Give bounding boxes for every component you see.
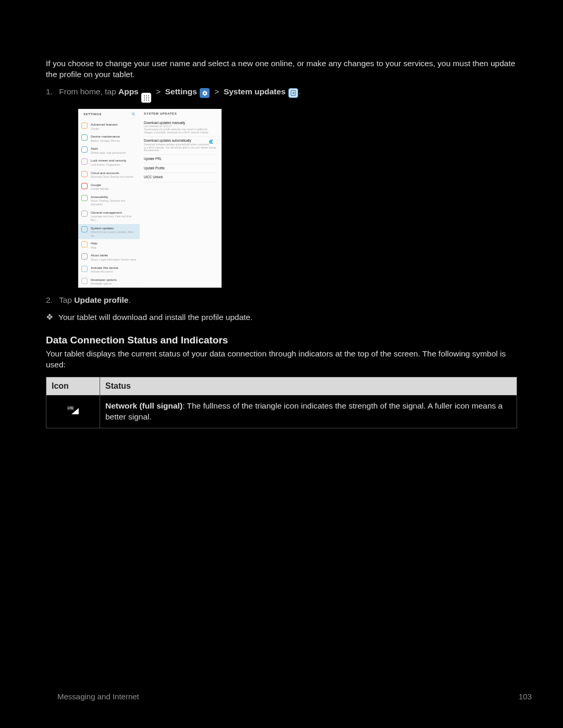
sidebar-item: AppsDefault apps, App permissions — [78, 144, 140, 156]
detail-pane-title: SYSTEM UPDATES — [144, 112, 217, 116]
page-number: 103 — [519, 692, 532, 702]
table-header-icon: Icon — [46, 377, 100, 396]
settings-sidebar-title: SETTINGS — [83, 112, 102, 118]
sidebar-item: General managementLanguage and input, Da… — [78, 208, 140, 224]
detail-row: Download updates manuallyLast checked on… — [144, 119, 217, 137]
settings-label: Settings — [165, 87, 197, 96]
sidebar-item: Advanced featuresGames — [78, 120, 140, 132]
step-1-pre: From home, tap — [59, 87, 118, 96]
sidebar-item: HelpHelp — [78, 239, 140, 251]
table-row: LTE Network (full signal): The fullness … — [46, 395, 517, 428]
sidebar-item: Device maintenanceBattery, Storage, Memo… — [78, 132, 140, 144]
step-number: 2. — [46, 295, 53, 304]
step-2-result: ❖Your tablet will download and install t… — [46, 312, 517, 323]
step-1-period: . — [299, 87, 301, 96]
table-header-status: Status — [100, 377, 517, 396]
status-cell: Network (full signal): The fullness of t… — [100, 395, 517, 428]
search-icon — [131, 112, 136, 118]
settings-detail-pane: SYSTEM UPDATES Download updates manually… — [140, 109, 222, 287]
step-number: 1. — [46, 87, 53, 96]
step-2-pre: Tap — [59, 295, 74, 304]
breadcrumb-sep: > — [215, 87, 219, 96]
detail-row: UICC Unlock — [144, 173, 217, 182]
footer-section-title: Messaging and Internet — [57, 692, 139, 702]
sidebar-item: GoogleGoogle settings — [78, 181, 140, 193]
page-footer: Messaging and Internet 103 — [57, 692, 532, 702]
document-page: If you choose to change your user name a… — [0, 0, 563, 728]
sidebar-item: Lock screen and securityLock screen, Fin… — [78, 156, 140, 168]
sidebar-item: System updatesCheck for new system updat… — [78, 224, 140, 240]
step-2-post: . — [128, 295, 130, 304]
sidebar-item: About tabletStatus, Legal information, D… — [78, 251, 140, 263]
sidebar-item: AccessibilityVision, Hearing, Dexterity … — [78, 193, 140, 208]
sidebar-item: Developer optionsDeveloper options — [78, 276, 140, 288]
status-cell-bold: Network (full signal) — [105, 401, 182, 410]
section-heading: Data Connection Status and Indicators — [46, 334, 517, 347]
step-1: 1. From home, tap Apps > Settings > Syst… — [46, 87, 517, 103]
system-updates-icon — [288, 88, 298, 98]
apps-icon — [141, 93, 151, 103]
sidebar-item: Cloud and accountsSamsung Cloud, Backup … — [78, 169, 140, 181]
system-updates-label: System updates — [224, 87, 286, 96]
detail-row: Update Profile — [144, 164, 217, 174]
settings-sidebar: SETTINGS Advanced featuresGamesDevice ma… — [78, 109, 140, 287]
svg-point-1 — [132, 113, 134, 115]
status-table: Icon Status LTE Network (full signal): T… — [46, 377, 517, 428]
detail-row: Download updates automaticallyDownload s… — [144, 137, 217, 155]
gear-icon — [200, 88, 210, 98]
signal-icon: LTE — [67, 406, 79, 414]
step-2: 2. Tap Update profile. — [46, 295, 517, 306]
result-text: Your tablet will download and install th… — [58, 313, 253, 322]
settings-screenshot: SETTINGS Advanced featuresGamesDevice ma… — [78, 109, 222, 287]
intro-paragraph: If you choose to change your user name a… — [46, 58, 517, 80]
sidebar-item: Activate this deviceActivate this device — [78, 264, 140, 276]
breadcrumb-sep: > — [156, 87, 161, 96]
update-profile-bold: Update profile — [74, 295, 128, 304]
bullet-icon: ❖ — [46, 313, 53, 322]
apps-label: Apps — [118, 87, 139, 96]
status-description: Your tablet displays the current status … — [46, 349, 517, 371]
detail-row: Update PRL — [144, 155, 217, 164]
